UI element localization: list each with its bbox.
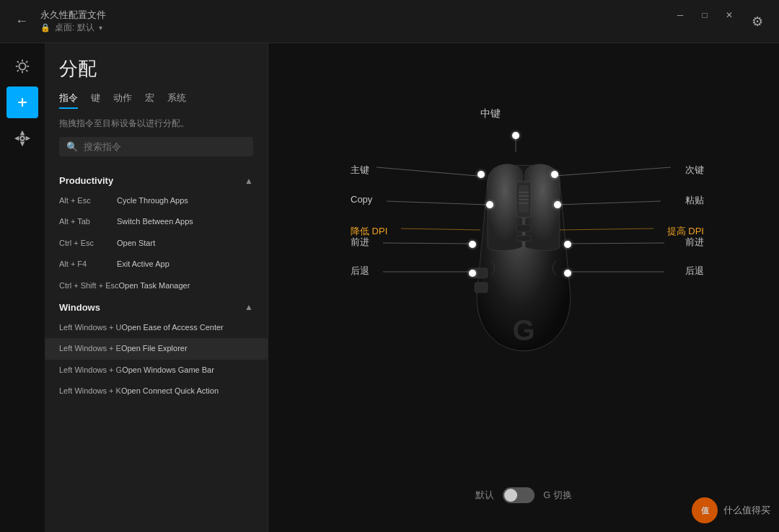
tab-system[interactable]: 系统	[167, 89, 186, 109]
list-item[interactable]: Left Windows + E Open File Explorer	[45, 338, 268, 359]
search-icon: 🔍	[66, 141, 78, 152]
label-copy: Copy	[351, 194, 372, 205]
search-input[interactable]	[84, 141, 246, 152]
sidebar-icons	[0, 43, 45, 532]
svg-text:G: G	[512, 314, 534, 346]
command-label: Open Start	[117, 238, 155, 249]
label-forward-right: 前进	[685, 236, 704, 249]
svg-point-0	[19, 63, 25, 69]
settings-button[interactable]: ⚙	[747, 12, 767, 32]
svg-line-7	[17, 70, 19, 71]
section-productivity-header: Productivity ▲	[45, 169, 268, 190]
profile-name: 桌面: 默认	[55, 22, 94, 34]
watermark-text: 什么值得买	[723, 504, 770, 517]
label-secondary: 次键	[685, 164, 704, 177]
dot-right-top	[551, 171, 558, 178]
mouse-diagram: G 中键 主键 Copy 降低 DPI 前进 后退	[336, 86, 711, 489]
command-label: Open Ease of Access Center	[122, 322, 224, 333]
left-panel-header: 分配 指令 键 动作 宏 系统 拖拽指令至目标设备以进行分配。 🔍	[45, 43, 268, 169]
list-item[interactable]: Alt + F4 Exit Active App	[45, 254, 268, 275]
label-back-right: 后退	[685, 265, 704, 278]
dot-forward-left	[469, 241, 476, 248]
svg-line-6	[26, 70, 27, 71]
tab-macros[interactable]: 宏	[145, 89, 154, 109]
dot-middle	[512, 132, 519, 139]
mouse-image: G	[444, 153, 603, 412]
command-key: Left Windows + U	[59, 322, 122, 333]
minimize-button[interactable]: ─	[674, 9, 687, 22]
command-key: Left Windows + K	[59, 386, 121, 396]
list-item[interactable]: Alt + Esc Cycle Through Apps	[45, 190, 268, 211]
close-button[interactable]: ✕	[723, 9, 736, 22]
toggle-knob	[504, 489, 517, 502]
search-bar: 🔍	[59, 137, 253, 156]
command-label: Open Connect Quick Action	[121, 386, 219, 396]
dot-back-right	[564, 270, 571, 277]
dot-forward-right	[564, 241, 571, 248]
command-label: Cycle Through Apps	[117, 195, 188, 206]
list-item[interactable]: Ctrl + Shift + Esc Open Task Manager	[45, 275, 268, 296]
list-item[interactable]: Ctrl + Esc Open Start	[45, 233, 268, 254]
collapse-productivity-icon[interactable]: ▲	[245, 176, 253, 186]
list-item[interactable]: Left Windows + U Open Ease of Access Cen…	[45, 317, 268, 338]
svg-point-11	[20, 136, 25, 141]
title-info: 永久性配置文件 🔒 桌面: 默认 ▾	[40, 9, 106, 34]
tab-bar: 指令 键 动作 宏 系统	[59, 89, 253, 109]
profile-subtitle: 🔒 桌面: 默认 ▾	[40, 22, 106, 34]
section-productivity-title: Productivity	[59, 175, 113, 186]
collapse-windows-icon[interactable]: ▲	[245, 302, 253, 312]
maximize-button[interactable]: □	[698, 9, 711, 22]
command-key: Alt + Tab	[59, 216, 117, 227]
svg-rect-21	[475, 283, 488, 293]
tab-keys[interactable]: 键	[91, 89, 100, 109]
back-button[interactable]: ←	[12, 12, 32, 32]
chevron-down-icon[interactable]: ▾	[99, 24, 102, 32]
dot-back-left	[469, 270, 476, 277]
section-windows-header: Windows ▲	[45, 296, 268, 317]
command-key: Left Windows + E	[59, 343, 121, 354]
main-layout: 分配 指令 键 动作 宏 系统 拖拽指令至目标设备以进行分配。 🔍 Produc…	[0, 43, 779, 532]
list-item[interactable]: Left Windows + G Open Windows Game Bar	[45, 360, 268, 381]
toggle-g-label: G 切换	[543, 489, 572, 502]
toggle-area: 默认 G 切换	[475, 487, 572, 503]
command-label: Open Task Manager	[119, 280, 190, 291]
dot-paste	[554, 201, 561, 208]
tab-commands[interactable]: 指令	[59, 89, 78, 109]
left-panel: 分配 指令 键 动作 宏 系统 拖拽指令至目标设备以进行分配。 🔍 Produc…	[45, 43, 268, 532]
toggle-default-label: 默认	[475, 489, 494, 502]
svg-line-5	[17, 61, 19, 63]
dot-copy	[486, 201, 493, 208]
command-key: Ctrl + Esc	[59, 238, 117, 249]
command-label: Open Windows Game Bar	[122, 365, 214, 376]
svg-line-8	[26, 61, 27, 63]
sidebar-item-brightness[interactable]	[6, 50, 38, 82]
dot-left-top	[477, 171, 485, 178]
command-label: Switch Between Apps	[117, 216, 193, 227]
label-back-left: 后退	[351, 265, 369, 278]
command-key: Ctrl + Shift + Esc	[59, 280, 119, 291]
svg-rect-18	[516, 225, 531, 232]
command-label: Open File Explorer	[121, 343, 188, 354]
tab-actions[interactable]: 动作	[113, 89, 132, 109]
title-bar: ← 永久性配置文件 🔒 桌面: 默认 ▾ ─ □ ✕ ⚙	[0, 0, 779, 43]
svg-rect-13	[519, 185, 529, 213]
watermark-icon: 值	[692, 497, 718, 523]
label-middle: 中键	[480, 107, 501, 120]
command-key: Left Windows + G	[59, 365, 122, 376]
drag-hint: 拖拽指令至目标设备以进行分配。	[59, 118, 253, 130]
svg-rect-19	[516, 236, 531, 241]
lock-icon: 🔒	[40, 23, 50, 32]
sidebar-item-dpi[interactable]	[6, 123, 38, 154]
app-title: 永久性配置文件	[40, 9, 106, 22]
command-list: Productivity ▲ Alt + Esc Cycle Through A…	[45, 169, 268, 532]
command-key: Alt + F4	[59, 259, 117, 270]
list-item[interactable]: Left Windows + K Open Connect Quick Acti…	[45, 381, 268, 402]
panel-title: 分配	[59, 56, 253, 81]
svg-rect-20	[475, 268, 488, 278]
list-item[interactable]: Alt + Tab Switch Between Apps	[45, 211, 268, 232]
watermark: 值 什么值得买	[692, 497, 770, 523]
label-forward-left: 前进	[351, 236, 369, 249]
sidebar-item-assign[interactable]	[6, 87, 38, 118]
toggle-switch[interactable]	[503, 487, 534, 503]
main-area: G 中键 主键 Copy 降低 DPI 前进 后退	[268, 43, 779, 532]
